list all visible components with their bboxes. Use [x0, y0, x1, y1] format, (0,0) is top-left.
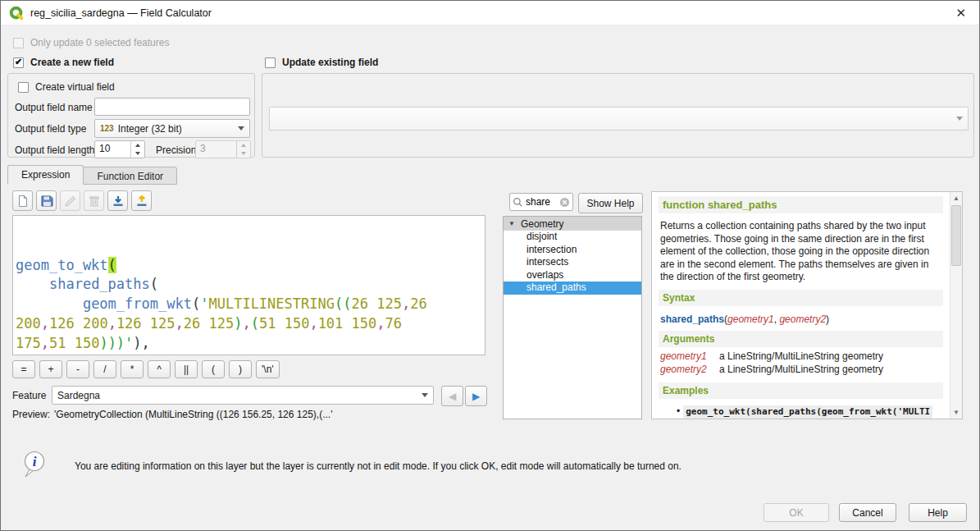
function-item-overlaps[interactable]: overlaps: [504, 269, 641, 282]
export-expression-icon: [135, 195, 148, 208]
title-bar: reg_sicilia_sardegna — Field Calculator …: [1, 1, 979, 25]
tab-expression[interactable]: Expression: [7, 165, 84, 185]
scroll-thumb[interactable]: [951, 205, 961, 266]
syntax-heading: Syntax: [659, 290, 943, 306]
operator-button[interactable]: /: [93, 360, 116, 378]
close-icon[interactable]: ✕: [950, 6, 971, 20]
output-field-type-value: Integer (32 bit): [118, 123, 182, 135]
spin-down-icon: [237, 149, 250, 158]
edit-expression-button: [60, 190, 80, 211]
operator-buttons: =+-/*^||()'\n': [12, 360, 280, 378]
feature-combobox[interactable]: Sardegna: [52, 386, 434, 405]
output-field-length-value: 10: [95, 141, 130, 158]
precision-spinbox: 3: [195, 140, 251, 158]
show-help-button[interactable]: Show Help: [578, 193, 643, 213]
precision-label: Precision: [156, 144, 196, 156]
update-existing-field-label: Update existing field: [282, 57, 378, 68]
svg-text:i: i: [33, 454, 37, 469]
help-content: function shared_paths Returns a collecti…: [652, 192, 950, 419]
spin-buttons: [130, 141, 144, 158]
tree-expander-icon[interactable]: ▼: [508, 221, 515, 227]
dropdown-arrow-icon: [422, 393, 428, 397]
output-field-type-label: Output field type: [15, 123, 86, 135]
export-expression-button[interactable]: [131, 190, 152, 211]
search-input[interactable]: [526, 196, 557, 208]
spin-up-icon: [237, 141, 250, 149]
new-expression-button[interactable]: [12, 190, 33, 211]
bullet-icon: •: [677, 405, 680, 419]
new-expression-icon: [16, 195, 30, 208]
create-virtual-field-checkbox[interactable]: [18, 82, 29, 93]
scroll-down-icon[interactable]: ▼: [950, 406, 962, 419]
operator-button[interactable]: ): [229, 360, 252, 378]
argument-row: geometry1a LineString/MultiLineString ge…: [660, 350, 941, 364]
spin-down-icon[interactable]: [131, 149, 144, 158]
example-row: • geom_to_wkt(shared_paths(geom_from_wkt…: [677, 405, 943, 419]
import-expression-icon: [112, 195, 125, 208]
help-description: Returns a collection containing paths sh…: [660, 220, 941, 284]
update-existing-field-checkbox[interactable]: [265, 57, 276, 68]
function-search-box[interactable]: [509, 193, 573, 211]
next-feature-button[interactable]: ▶: [465, 386, 487, 406]
only-update-label: Only update 0 selected features: [30, 37, 169, 48]
preview-row: Preview: 'GeometryCollection (MultiLineS…: [12, 409, 332, 420]
function-group-label: Geometry: [521, 218, 564, 230]
function-item-shared_paths[interactable]: shared_paths: [504, 282, 641, 295]
function-item-disjoint[interactable]: disjoint: [504, 231, 641, 244]
operator-button[interactable]: ||: [175, 360, 198, 378]
preview-label: Preview:: [12, 409, 50, 420]
ok-button[interactable]: OK: [763, 503, 829, 522]
examples-heading: Examples: [659, 382, 943, 399]
window-title: reg_sicilia_sardegna — Field Calculator: [30, 7, 212, 19]
output-field-length-spinbox[interactable]: 10: [94, 140, 145, 158]
update-existing-field-checkbox-row[interactable]: Update existing field: [265, 57, 378, 68]
import-expression-button[interactable]: [107, 190, 128, 211]
operator-button[interactable]: =: [12, 360, 35, 378]
integer-type-icon: 123: [100, 124, 114, 133]
operator-button[interactable]: '\n': [256, 360, 280, 378]
help-scrollbar[interactable]: ▲ ▼: [950, 192, 962, 419]
clear-search-icon[interactable]: [559, 197, 570, 208]
field-calculator-dialog: reg_sicilia_sardegna — Field Calculator …: [0, 0, 980, 531]
operator-button[interactable]: -: [66, 360, 89, 378]
spin-up-icon[interactable]: [131, 141, 144, 149]
expression-text: geom_to_wkt( shared_paths( geom_from_wkt…: [16, 256, 482, 355]
preview-value: 'GeometryCollection (MultiLineString ((1…: [54, 409, 332, 420]
function-group-row[interactable]: ▼ Geometry: [504, 217, 641, 231]
create-virtual-field-row[interactable]: Create virtual field: [18, 81, 115, 93]
operator-button[interactable]: *: [121, 360, 144, 378]
edit-mode-message: You are editing information on this laye…: [75, 460, 681, 472]
create-virtual-field-label: Create virtual field: [35, 81, 115, 93]
update-existing-field-group: [262, 73, 974, 158]
help-button[interactable]: Help: [909, 503, 967, 522]
feature-value: Sardegna: [57, 390, 100, 401]
only-update-checkbox: [13, 38, 24, 48]
expression-editor[interactable]: geom_to_wkt( shared_paths( geom_from_wkt…: [12, 215, 485, 355]
create-new-field-checkbox-row[interactable]: Create a new field: [13, 57, 114, 68]
output-field-type-combobox[interactable]: 123 Integer (32 bit): [94, 119, 250, 138]
output-field-name-input[interactable]: [94, 98, 250, 116]
operator-button[interactable]: ^: [148, 360, 171, 378]
scroll-up-icon[interactable]: ▲: [950, 192, 962, 204]
function-item-intersection[interactable]: intersection: [504, 244, 641, 257]
edit-expression-icon: [64, 195, 77, 208]
existing-field-combobox: [269, 107, 969, 130]
expression-toolbar: [12, 190, 152, 211]
only-update-checkbox-row: Only update 0 selected features: [13, 37, 169, 48]
operator-button[interactable]: (: [202, 360, 225, 378]
output-field-name-label: Output field name: [15, 102, 93, 113]
tab-function-editor[interactable]: Function Editor: [83, 167, 177, 185]
dropdown-arrow-icon: [956, 117, 963, 121]
prev-feature-icon: ◀: [449, 391, 456, 402]
operator-button[interactable]: +: [39, 360, 62, 378]
arguments-table: geometry1a LineString/MultiLineString ge…: [659, 350, 943, 377]
delete-expression-button: [84, 190, 104, 211]
create-new-field-checkbox[interactable]: [13, 57, 24, 68]
output-field-length-label: Output field length: [15, 144, 94, 156]
function-item-intersects[interactable]: intersects: [504, 256, 641, 269]
qgis-logo-icon: [9, 6, 24, 21]
function-help-panel: function shared_paths Returns a collecti…: [651, 191, 963, 419]
tab-bar: Expression Function Editor: [7, 165, 177, 185]
cancel-button[interactable]: Cancel: [839, 503, 896, 522]
save-expression-button[interactable]: [36, 190, 57, 211]
